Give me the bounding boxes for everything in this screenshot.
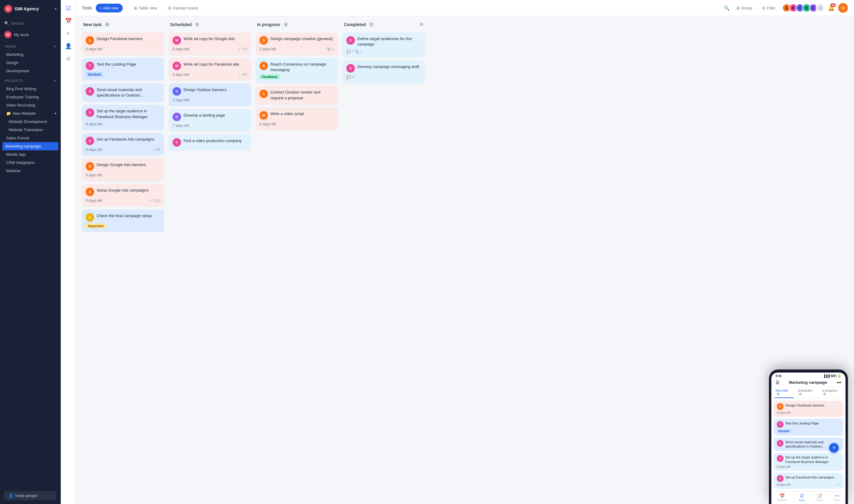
sidebar-item-new-website[interactable]: 📁 New Website ▾: [0, 109, 61, 118]
phone-card-2[interactable]: T Test the Landing Page blocked: [774, 419, 843, 436]
group-button[interactable]: ⊞ Group: [733, 4, 755, 12]
card-avatar: D: [259, 36, 268, 44]
card-avatar: F: [173, 138, 181, 147]
sidebar-item-label: Design: [6, 60, 18, 65]
phone-nav-notes[interactable]: 📝 Notes: [816, 493, 823, 502]
card-title: Find a video production company: [184, 138, 242, 144]
teams-section-header: Teams +: [0, 41, 61, 50]
card-avatar: S: [86, 187, 94, 196]
card-google-ads-banners[interactable]: D Design Google Ads banners 4 days left: [82, 159, 164, 181]
phone-card-1[interactable]: D Design Facebook banners 4 days left: [774, 401, 843, 417]
phone-card-title: Set up Facebook Ads campaigns: [785, 475, 834, 480]
card-setup-google-ads[interactable]: S Setup Google Ads campaigns 5 days left…: [82, 184, 164, 206]
sidebar-item-sales-funnel[interactable]: Sales Funnel: [0, 134, 61, 142]
filter-button[interactable]: ⊟ Filter: [759, 4, 779, 12]
kanban-button[interactable]: ⊟ Kanban board: [164, 4, 202, 12]
settings-icon[interactable]: ⚙: [420, 22, 423, 27]
phone-card-5[interactable]: S Set up Facebook Ads campaigns 8 days l…: [774, 473, 843, 489]
more-icon[interactable]: •••: [837, 380, 841, 385]
phone-tab-new-task[interactable]: New task 8: [774, 387, 794, 398]
sidebar-item-website-trans[interactable]: Website Translation: [0, 126, 61, 134]
card-outdoor-banners[interactable]: D Design Outdoor banners 3 days left: [169, 84, 251, 106]
group-icon: ⊞: [736, 6, 740, 10]
card-landing-page[interactable]: D Develop a landing page 7 days left: [169, 109, 251, 131]
sidebar-bottom: 👤 Invite people: [0, 487, 61, 504]
notes-icon: 📝: [817, 493, 822, 498]
card-tag-feedback: Feedback: [259, 74, 280, 79]
schedule-icon: 📅: [780, 493, 785, 498]
phone-nav-more[interactable]: ••• More: [834, 493, 840, 502]
my-work-item[interactable]: M My work: [0, 29, 61, 41]
column-title: Completed: [344, 22, 366, 27]
main-content: Tools + Add new ⊞ Table view ⊟ Kanban bo…: [76, 0, 854, 504]
phone-card-4[interactable]: S Set up the target audience in Facebook…: [774, 453, 843, 471]
card-send-visual[interactable]: S Send visual materials and specificatio…: [82, 84, 164, 102]
notification-button[interactable]: 🔔 18: [828, 4, 835, 11]
user-icon[interactable]: 👤: [65, 43, 72, 50]
search-bar[interactable]: 🔍 Search...: [0, 18, 61, 29]
card-title: Define target audiences for this campaig…: [357, 36, 421, 47]
sidebar-item-marketing[interactable]: Marketing: [0, 50, 61, 59]
card-test-landing[interactable]: T Test the Landing Page blocked: [82, 58, 164, 80]
card-avatar: S: [86, 137, 94, 145]
card-define-target[interactable]: D Define target audiences for this campa…: [343, 33, 425, 57]
card-avatar: R: [259, 61, 268, 70]
sidebar-item-blog-post[interactable]: Blog Post Writing: [0, 85, 61, 93]
add-team-button[interactable]: +: [53, 44, 56, 49]
calendar-icon[interactable]: 📅: [65, 18, 72, 24]
card-comments: 💬 4: [346, 75, 354, 79]
card-contact-vendor[interactable]: C Contact Ourdoor vendor and request a p…: [256, 86, 338, 104]
card-title: Design Facebook banners: [97, 36, 143, 41]
tasks-icon[interactable]: ☑: [66, 5, 71, 12]
settings-icon[interactable]: ⚙: [66, 56, 71, 62]
team-avatars: A B C D E +3: [782, 4, 824, 12]
avatar-more[interactable]: +3: [816, 4, 824, 12]
search-button[interactable]: 🔍: [724, 5, 730, 11]
card-google-ads-copy[interactable]: W Write ad copy for Google Ads 6 days le…: [169, 33, 251, 55]
card-messaging-draft[interactable]: D Develop campaign messaging draft 💬 4: [343, 60, 425, 83]
sidebar-item-webinar[interactable]: Webinar: [0, 167, 61, 175]
card-title: Write ad copy for Google Ads: [184, 36, 235, 41]
card-consensus[interactable]: R Reach Consensus on campaign messaging …: [256, 58, 338, 83]
list-icon[interactable]: ≡: [67, 30, 70, 37]
card-design-facebook[interactable]: D Design Facebook banners 4 days left: [82, 33, 164, 55]
card-video-script[interactable]: W Write a video script 4 days left: [256, 107, 338, 130]
card-avatar: W: [173, 36, 181, 44]
sidebar-item-marketing-campaign[interactable]: Marketing campaign: [2, 142, 58, 150]
sidebar-item-website-dev[interactable]: Website Development: [0, 118, 61, 126]
column-title: Scheduled: [170, 22, 192, 27]
add-new-button[interactable]: + Add new: [96, 4, 123, 13]
hamburger-icon[interactable]: ☰: [775, 380, 780, 385]
card-tag-blocked: blocked: [86, 72, 103, 77]
card-target-audience[interactable]: S Set up the target audience in Facebook…: [82, 105, 164, 130]
card-final-campaign[interactable]: C Check the final campaign setup Importa…: [82, 210, 164, 232]
card-campaign-creative[interactable]: D Design campaign creative (general) 2 d…: [256, 33, 338, 55]
phone-tab-scheduled[interactable]: Scheduled 5: [797, 387, 818, 398]
column-completed: Completed 2 ⚙ D Define target audiences …: [343, 22, 425, 498]
card-checks: ✓ 0/3: [238, 47, 247, 51]
kanban-board: New task 8 D Design Facebook banners 4 d…: [76, 16, 854, 504]
card-days: 2 days left: [259, 47, 276, 51]
nav-label: Notes: [816, 499, 823, 502]
table-view-button[interactable]: ⊞ Table view: [130, 4, 161, 12]
card-fb-ads[interactable]: S Set up Facebook Ads campaigns 8 days l…: [82, 133, 164, 156]
group-label: Group: [741, 6, 752, 10]
app-logo[interactable]: G GIM Agency ▾: [0, 0, 61, 18]
user-avatar[interactable]: U: [838, 3, 848, 13]
phone-nav-tasks[interactable]: ☰ Tasks: [799, 493, 805, 502]
sidebar-item-design[interactable]: Design: [0, 59, 61, 67]
phone-card-title: Design Facebook banners: [785, 403, 824, 408]
invite-people-button[interactable]: 👤 Invite people: [4, 491, 56, 500]
phone-tab-in-progress[interactable]: In progress 4: [821, 387, 842, 398]
phone-nav-schedule[interactable]: 📅 Schedule: [777, 493, 787, 502]
add-project-button[interactable]: +: [53, 78, 56, 84]
sidebar-item-development[interactable]: Development: [0, 67, 61, 75]
card-fb-ads-copy[interactable]: W Write ad copy for Facebook ads 6 days …: [169, 58, 251, 80]
sidebar-item-crm[interactable]: CRM Integration: [0, 159, 61, 167]
sidebar-item-video-recording[interactable]: Video Recording: [0, 101, 61, 109]
sidebar-item-mobile-app[interactable]: Mobile App: [0, 150, 61, 159]
sidebar-item-employee-training[interactable]: Employee Training: [0, 93, 61, 101]
column-count: 4: [282, 22, 289, 27]
add-fab-button[interactable]: +: [829, 443, 839, 453]
card-video-company[interactable]: F Find a video production company: [169, 134, 251, 150]
